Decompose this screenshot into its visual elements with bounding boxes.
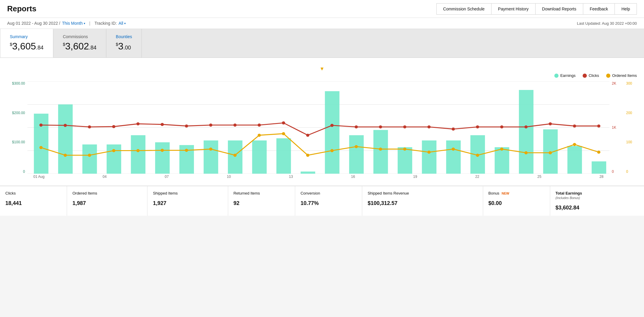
nav-payment-history[interactable]: Payment History xyxy=(491,3,536,15)
svg-point-68 xyxy=(403,147,406,150)
tab-bounties[interactable]: Bounties $3.00 xyxy=(106,29,142,58)
x-label-16: 16 xyxy=(351,175,355,179)
svg-rect-10 xyxy=(155,142,170,174)
svg-rect-22 xyxy=(446,140,461,174)
chart-svg xyxy=(27,81,609,174)
svg-rect-14 xyxy=(252,140,267,174)
svg-point-41 xyxy=(330,124,334,127)
x-label-10: 10 xyxy=(227,175,231,179)
svg-point-33 xyxy=(136,122,140,125)
legend-clicks: Clicks xyxy=(583,73,599,78)
svg-rect-25 xyxy=(519,90,533,174)
svg-point-59 xyxy=(185,149,188,152)
x-label-13: 13 xyxy=(289,175,293,179)
tab-summary-label: Summary xyxy=(10,34,43,39)
this-month-label: This Month xyxy=(62,21,83,26)
this-month-dropdown[interactable]: This Month ▾ xyxy=(62,21,85,26)
ordered-dot xyxy=(606,74,610,78)
svg-rect-9 xyxy=(131,135,145,174)
earnings-dot xyxy=(554,74,559,78)
svg-point-35 xyxy=(185,125,188,128)
stat-shipped-items: Shipped Items 1,927 xyxy=(147,186,228,216)
stat-ordered-value: 1,987 xyxy=(72,200,142,206)
last-updated: Last Updated: Aug 30 2022 +00:00 xyxy=(577,21,637,26)
chevron-down-icon-2: ▾ xyxy=(124,22,126,25)
tab-commissions-label: Commissions xyxy=(63,34,97,39)
stat-total-earnings-label: Total Earnings (Includes Bonus) xyxy=(556,191,639,200)
stat-returned-label: Returned Items xyxy=(234,191,290,195)
svg-rect-27 xyxy=(567,146,582,174)
x-label-04: 04 xyxy=(103,175,107,179)
y-label-300: $300.00 xyxy=(7,81,25,86)
stat-ordered-items: Ordered Items 1,987 xyxy=(67,186,147,216)
nav-feedback[interactable]: Feedback xyxy=(583,3,615,15)
svg-point-64 xyxy=(306,154,309,157)
date-filter-bar: Aug 01 2022 - Aug 30 2022 / This Month ▾… xyxy=(7,21,126,26)
stat-bonus-label: Bonus NEW xyxy=(489,191,545,195)
svg-rect-18 xyxy=(349,135,364,174)
y-label-100: $100.00 xyxy=(7,140,25,144)
svg-point-39 xyxy=(282,121,285,124)
tab-summary[interactable]: Summary $3,605.84 xyxy=(0,29,53,58)
x-label-07: 07 xyxy=(165,175,169,179)
clicks-dot xyxy=(583,74,587,78)
svg-rect-13 xyxy=(228,140,242,174)
stat-conversion-label: Conversion xyxy=(301,191,357,195)
stat-total-earnings-value: $3,602.84 xyxy=(556,205,639,211)
tab-commissions-value: $3,602.84 xyxy=(63,41,97,52)
tab-bounties-label: Bounties xyxy=(116,34,132,39)
legend-earnings-label: Earnings xyxy=(560,73,575,78)
y-label-0: 0 xyxy=(7,170,25,174)
tabs-section: Summary $3,605.84 Commissions $3,602.84 … xyxy=(0,29,644,58)
y-right2-100: 100 xyxy=(626,140,637,144)
nav-download-reports[interactable]: Download Reports xyxy=(536,3,583,15)
svg-point-34 xyxy=(161,123,164,126)
chart-svg-wrapper: 01 Aug 04 07 10 13 16 19 22 25 28 xyxy=(27,81,609,183)
y-right2-0: 0 xyxy=(626,170,637,174)
separator: | xyxy=(89,21,91,26)
svg-rect-7 xyxy=(83,144,97,174)
svg-point-55 xyxy=(88,154,91,157)
stat-ordered-label: Ordered Items xyxy=(72,191,142,195)
tab-commissions[interactable]: Commissions $3,602.84 xyxy=(53,29,106,58)
main-content: ▾ Earnings Clicks Ordered Items $300.00 … xyxy=(0,58,644,216)
svg-rect-6 xyxy=(58,105,73,174)
svg-point-38 xyxy=(258,124,261,127)
x-axis-labels: 01 Aug 04 07 10 13 16 19 22 25 28 xyxy=(27,175,609,179)
svg-point-48 xyxy=(500,125,503,128)
svg-rect-8 xyxy=(107,144,121,174)
tab-bounties-value: $3.00 xyxy=(116,41,132,52)
svg-point-56 xyxy=(112,149,115,152)
y-right2-300: 300 xyxy=(626,81,637,86)
svg-point-67 xyxy=(379,147,382,150)
nav-commission-schedule[interactable]: Commission Schedule xyxy=(436,3,491,15)
svg-point-52 xyxy=(597,125,601,128)
svg-point-31 xyxy=(88,125,91,128)
stat-total-earnings-subtitle: (Includes Bonus) xyxy=(556,196,580,200)
svg-point-50 xyxy=(549,122,552,125)
nav-help[interactable]: Help xyxy=(615,3,637,15)
new-badge: NEW xyxy=(502,192,509,195)
top-navigation: Commission Schedule Payment History Down… xyxy=(436,3,637,15)
date-range-text: Aug 01 2022 - Aug 30 2022 / xyxy=(7,21,60,26)
svg-rect-19 xyxy=(374,130,388,174)
svg-point-66 xyxy=(355,145,358,148)
selected-tab-arrow: ▾ xyxy=(7,64,637,73)
stat-bonus: Bonus NEW $0.00 xyxy=(483,186,550,216)
svg-rect-15 xyxy=(276,138,291,174)
svg-point-75 xyxy=(573,143,576,146)
svg-point-43 xyxy=(379,125,382,128)
svg-point-65 xyxy=(330,149,334,152)
svg-point-63 xyxy=(282,132,285,135)
svg-point-46 xyxy=(452,128,455,130)
stat-returned-items: Returned Items 92 xyxy=(228,186,295,216)
svg-point-69 xyxy=(427,151,431,154)
svg-rect-5 xyxy=(34,114,49,174)
tracking-id-dropdown[interactable]: All ▾ xyxy=(119,21,126,26)
legend-clicks-label: Clicks xyxy=(589,73,599,78)
stat-shipped-revenue-value: $100,312.57 xyxy=(368,200,477,206)
svg-point-62 xyxy=(258,134,261,137)
svg-point-72 xyxy=(500,147,503,150)
stat-shipped-revenue: Shipped Items Revenue $100,312.57 xyxy=(362,186,483,216)
svg-point-32 xyxy=(112,125,115,128)
